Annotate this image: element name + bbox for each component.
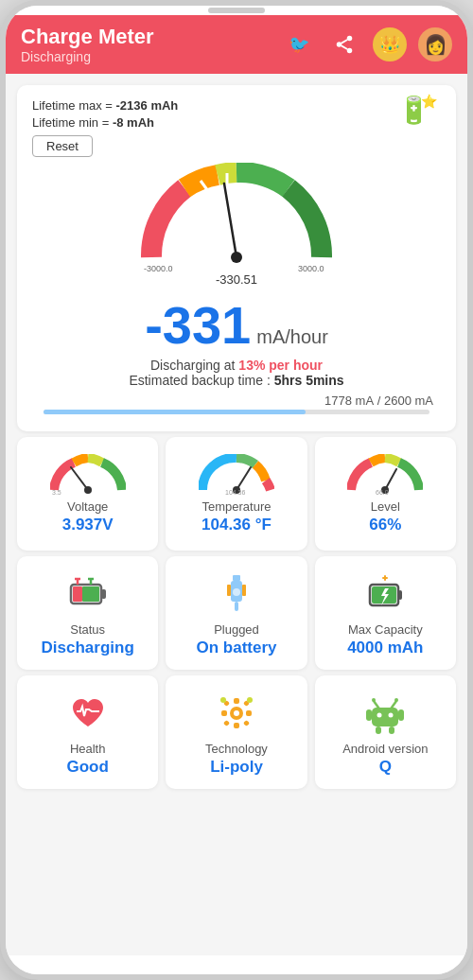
plugged-icon [212,569,261,619]
big-unit: mA/hour [256,326,328,348]
max-capacity-label: Max Capacity [348,622,423,637]
svg-rect-39 [384,575,386,581]
progress-bar-bg [44,410,429,414]
android-version-card: Android version Q [315,675,456,789]
lifetime-stats: Lifetime max = -2136 mAh [32,98,441,113]
progress-bar-fill [44,410,306,414]
header-subtitle: Discharging [21,49,154,64]
svg-rect-32 [242,585,246,596]
temperature-card: 104.36 Temperature 104.36 °F [166,437,307,551]
notch-bar [6,6,467,15]
svg-point-10 [231,252,242,263]
lifetime-min: Lifetime min = -8 mAh [32,115,154,130]
progress-labels: 1778 mA / 2600 mA [32,388,441,410]
technology-card: Technology Li-poly [166,675,307,789]
svg-rect-44 [221,710,227,716]
svg-point-54 [389,712,394,717]
lifetime-min-value: -8 mAh [113,115,154,130]
svg-rect-21 [101,589,106,599]
svg-rect-43 [234,723,239,728]
svg-text:104.36: 104.36 [225,489,246,496]
bird-icon[interactable]: 🐦 [282,27,316,61]
backup-info: Estimated backup time : 5hrs 5mins [32,373,441,388]
big-reading-row: -331 mA/hour [32,294,441,356]
backup-time: 5hrs 5mins [274,373,344,388]
health-card: Health Good [17,675,158,789]
health-icon [63,689,113,738]
android-version-label: Android version [342,742,428,756]
health-value: Good [66,758,108,777]
max-capacity-icon [360,569,410,619]
temperature-value: 104.36 °F [201,516,272,534]
max-capacity-card: Max Capacity 4000 mAh [315,556,456,670]
svg-rect-23 [82,586,99,602]
svg-line-57 [392,701,396,708]
status-card: Status Discharging [17,556,158,670]
svg-point-33 [233,588,240,596]
svg-rect-60 [398,709,404,721]
temperature-label: Temperature [202,499,272,514]
lifetime-max-label: Lifetime max = [32,98,116,113]
plugged-card: Plugged On battery [166,556,307,670]
svg-rect-31 [227,585,231,596]
voltage-value: 3.937V [62,516,114,534]
level-label: Level [371,499,400,514]
header-title-block: Charge Meter Discharging [21,25,154,64]
max-capacity-value: 4000 mAh [347,639,423,657]
app-title: Charge Meter [21,25,154,49]
svg-line-3 [342,45,347,49]
svg-point-0 [347,36,353,42]
progress-max: 2600 mA [384,394,433,408]
lifetime-max-value: -2136 mAh [116,98,179,113]
lifetime-min-row: Lifetime min = -8 mAh [32,115,441,130]
level-card: 66.0 Level 66% [315,437,456,551]
main-content: 🔋⭐ Lifetime max = -2136 mAh Lifetime min… [6,74,467,955]
svg-rect-62 [389,726,394,734]
svg-rect-52 [372,708,398,726]
grid-section-1: 3.5 Voltage 3.937V 104.36 Temperature 10… [17,437,456,551]
svg-point-53 [377,712,382,717]
lifetime-min-label: Lifetime min = [32,115,113,130]
technology-label: Technology [205,742,268,756]
level-value: 66% [369,516,401,534]
backup-text: Estimated backup time : [129,373,273,388]
bottom-bar [6,955,467,974]
svg-rect-59 [366,709,372,721]
svg-point-12 [84,486,92,494]
big-number: -331 [145,294,251,356]
phone-frame: Charge Meter Discharging 🐦 👑 👩 🔋⭐ Lifet [0,0,473,980]
svg-text:3000.0: 3000.0 [298,264,324,273]
svg-point-58 [394,698,398,702]
technology-icon [212,689,261,738]
svg-point-51 [247,697,253,703]
temp-gauge: 104.36 [199,454,274,496]
health-label: Health [70,742,106,756]
avatar[interactable]: 👩 [418,27,452,61]
svg-rect-49 [243,719,250,726]
reset-button[interactable]: Reset [32,135,93,157]
grid-section-2: Status Discharging Plugged [17,556,456,670]
svg-line-11 [71,467,88,490]
header: Charge Meter Discharging 🐦 👑 👩 [6,15,467,74]
svg-line-55 [374,701,378,708]
voltage-gauge: 3.5 [50,454,126,496]
header-icons: 🐦 👑 👩 [282,27,452,61]
main-gauge-container: -3000.0 3000.0 -330.51 [32,163,441,287]
svg-rect-48 [223,719,230,726]
status-value: Discharging [42,639,134,657]
progress-current: 1778 mA [324,394,374,408]
notch [208,8,265,13]
technology-value: Li-poly [210,758,263,777]
svg-point-56 [372,698,376,702]
crown-icon[interactable]: 👑 [373,27,407,61]
svg-rect-28 [233,575,240,581]
plugged-label: Plugged [214,622,259,637]
grid-section-3: Health Good [17,675,456,789]
svg-line-14 [236,467,251,490]
svg-rect-45 [246,710,252,716]
svg-rect-35 [398,590,402,600]
android-version-value: Q [379,758,392,777]
share-icon[interactable] [327,27,361,61]
svg-rect-61 [376,726,381,734]
svg-point-1 [337,42,342,47]
